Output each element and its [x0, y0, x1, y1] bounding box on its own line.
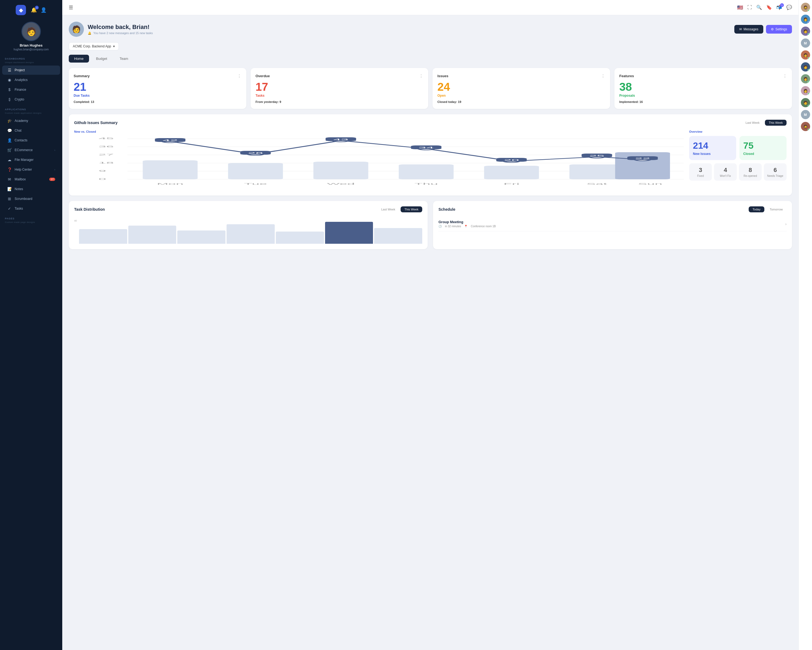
sidebar-item-file-manager[interactable]: ☁ File Manager	[2, 155, 60, 164]
user-circle-icon[interactable]: 👤	[41, 7, 47, 13]
right-avatar-3[interactable]: M	[801, 38, 810, 47]
schedule-toggle: Today Tomorrow	[749, 206, 786, 213]
dashboards-section-label: DASHBOARDS	[0, 54, 62, 61]
svg-text:Sat: Sat	[586, 182, 607, 185]
flag-icon[interactable]: 🇺🇸	[737, 5, 743, 11]
avatar-status-5	[808, 69, 810, 71]
sidebar-item-notes[interactable]: 📝 Notes	[2, 184, 60, 194]
summary-card-label: Due Tasks	[73, 94, 241, 98]
right-avatar-0[interactable]: 🧔	[801, 3, 810, 12]
wont-fix-label: Won't Fix	[717, 174, 734, 177]
overdue-card-menu[interactable]: ⋮	[419, 73, 423, 78]
issues-card-footer: Closed today: 19	[437, 100, 605, 104]
sidebar-item-help-center[interactable]: ❓ Help Center ›	[2, 165, 60, 174]
bookmark-icon[interactable]: 🔖	[766, 5, 772, 10]
right-avatar-10[interactable]: 🧔	[801, 122, 810, 131]
new-issues-label: New Issues	[693, 152, 733, 156]
welcome-title: Welcome back, Brian!	[88, 24, 153, 31]
svg-text:20: 20	[504, 159, 519, 161]
avatar-status-1	[808, 21, 810, 24]
schedule-item-meta: 🕐 in 32 minutes 📍 Conference room 1B	[438, 225, 496, 228]
svg-text:43: 43	[333, 138, 348, 141]
sidebar-item-finance[interactable]: $ Finance	[2, 85, 60, 94]
pages-section-sublabel: Custom made page designs	[0, 221, 62, 225]
svg-text:36: 36	[99, 145, 114, 148]
svg-text:42: 42	[163, 139, 178, 142]
schedule-item-arrow[interactable]: ›	[785, 222, 786, 226]
tab-home[interactable]: Home	[69, 55, 89, 63]
contacts-icon: 👤	[7, 138, 12, 142]
reopened-card: 8 Re-opened	[739, 163, 762, 180]
sidebar-item-tasks[interactable]: ✓ Tasks	[2, 204, 60, 213]
stat-card-summary: Summary ⋮ 21 Due Tasks Completed: 13	[69, 68, 246, 109]
task-dist-this-week-btn[interactable]: This Week	[401, 206, 422, 213]
task-dist-week-toggle: Last Week This Week	[377, 206, 422, 213]
fixed-label: Fixed	[692, 174, 709, 177]
sidebar-item-label: File Manager	[15, 158, 34, 162]
chat-topbar-icon[interactable]: 💬	[786, 5, 792, 10]
features-card-footer: Implemented: 16	[619, 100, 787, 104]
sidebar-top: ◆ 🔔 3 👤	[0, 0, 62, 18]
sidebar-item-analytics[interactable]: ◉ Analytics	[2, 75, 60, 84]
sidebar-item-contacts[interactable]: 👤 Contacts	[2, 136, 60, 145]
github-this-week-btn[interactable]: This Week	[765, 120, 786, 126]
notification-badge: 3	[35, 6, 39, 9]
right-avatar-4[interactable]: 👩	[801, 50, 810, 60]
closed-issues-card: 75 Closed	[739, 136, 786, 160]
sidebar-item-scrumboard[interactable]: ⊞ Scrumboard	[2, 194, 60, 203]
right-avatar-7[interactable]: 👩	[801, 86, 810, 95]
chart-container: 45 36 27 18 9 0	[74, 136, 684, 190]
right-avatar-5[interactable]: 🧑	[801, 62, 810, 72]
schedule-tomorrow-btn[interactable]: Tomorrow	[766, 206, 786, 213]
right-avatar-1[interactable]: 👩	[801, 15, 810, 24]
scrumboard-icon: ⊞	[7, 197, 12, 201]
task-distribution-section: Task Distribution Last Week This Week 40	[69, 201, 427, 249]
issues-card-menu[interactable]: ⋮	[601, 73, 605, 78]
schedule-today-btn[interactable]: Today	[749, 206, 764, 213]
chat-icon: 💬	[7, 128, 12, 133]
inbox-badge: 5	[780, 3, 784, 7]
svg-text:Sun: Sun	[638, 182, 662, 185]
issues-card-label: Open	[437, 94, 605, 98]
settings-button[interactable]: ⚙ Settings	[766, 25, 792, 34]
applications-section-sublabel: Custom made application designs	[0, 112, 62, 116]
tab-team[interactable]: Team	[114, 55, 134, 63]
messages-button[interactable]: ✉ Messages	[734, 25, 763, 34]
task-dist-last-week-btn[interactable]: Last Week	[377, 206, 399, 213]
sidebar-item-mailbox[interactable]: ✉ Mailbox 27	[2, 175, 60, 184]
avatar-status-2	[808, 33, 810, 35]
hamburger-icon[interactable]: ☰	[69, 5, 73, 11]
right-avatar-8[interactable]: 🧑	[801, 98, 810, 107]
right-avatar-9[interactable]: M	[801, 110, 810, 119]
sidebar-item-crypto[interactable]: ₿ Crypto	[2, 95, 60, 104]
sidebar-item-project[interactable]: ☰ Project	[2, 66, 60, 75]
tab-budget[interactable]: Budget	[91, 55, 113, 63]
notification-bell-wrap: 🔔 3	[31, 7, 37, 13]
overview-big-row: 214 New Issues 75 Closed	[689, 136, 786, 160]
bottom-row: Task Distribution Last Week This Week 40	[69, 201, 792, 255]
task-dist-y-label: 40	[74, 219, 77, 222]
svg-text:Mon: Mon	[157, 182, 183, 185]
features-card-menu[interactable]: ⋮	[783, 73, 787, 78]
github-last-week-btn[interactable]: Last Week	[742, 120, 763, 126]
summary-card-menu[interactable]: ⋮	[237, 73, 241, 78]
sidebar-item-chat[interactable]: 💬 Chat	[2, 126, 60, 135]
sidebar-logo[interactable]: ◆	[16, 5, 26, 15]
closed-number: 75	[743, 140, 783, 151]
avatar-status-0	[808, 9, 810, 12]
right-avatar-6[interactable]: 👩	[801, 74, 810, 83]
right-avatar-2[interactable]: 🧑	[801, 26, 810, 36]
project-selector[interactable]: ACME Corp. Backend App ▾	[69, 42, 119, 50]
fullscreen-icon[interactable]: ⛶	[747, 5, 752, 10]
welcome-text: Welcome back, Brian! 🔔 You have 2 new me…	[88, 24, 153, 35]
sidebar-item-label: Help Center	[15, 168, 32, 171]
search-icon[interactable]: 🔍	[756, 5, 762, 10]
overdue-card-label: Tasks	[255, 94, 423, 98]
wont-fix-card: 4 Won't Fix	[714, 163, 737, 180]
project-selector-label: ACME Corp. Backend App	[73, 44, 111, 48]
sidebar-item-ecommerce[interactable]: 🛒 ECommerce ›	[2, 145, 60, 154]
sidebar-item-academy[interactable]: 🎓 Academy	[2, 116, 60, 125]
clock-icon: 🕐	[438, 225, 442, 228]
welcome-subtitle: 🔔 You have 2 new messages and 15 new tas…	[88, 31, 153, 35]
sidebar-user-section: 🧑 Brian Hughes hughes.brian@company.com	[0, 18, 62, 54]
